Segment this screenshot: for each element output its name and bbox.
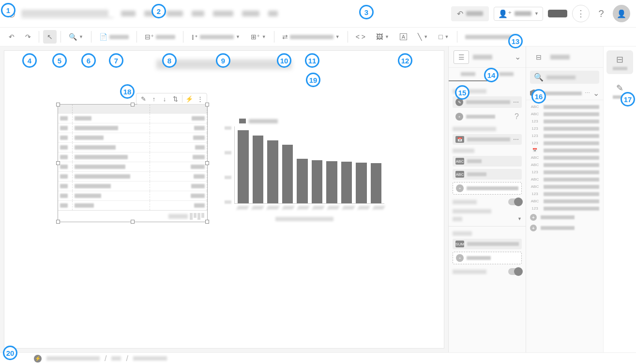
optional-metrics-toggle[interactable] <box>453 268 522 275</box>
image-icon: 🖼 <box>376 33 383 41</box>
drilldown-toggle[interactable] <box>453 198 522 205</box>
settings-icon[interactable]: ⇅ <box>171 95 179 103</box>
field-search-input[interactable]: 🔍 <box>530 71 599 84</box>
field-item[interactable]: 123 <box>530 125 599 132</box>
bolt-icon[interactable]: ⚡ <box>34 355 42 363</box>
redo-tool[interactable]: ↷ <box>21 30 35 44</box>
edit-icon[interactable]: ✎ <box>139 95 147 103</box>
bar-chart[interactable] <box>225 119 384 223</box>
field-item[interactable]: ABC <box>530 197 599 205</box>
menu-file[interactable] <box>121 11 136 16</box>
share-button[interactable]: 👤⁺ ▼ <box>494 7 543 21</box>
field-item[interactable]: 123 <box>530 168 599 176</box>
date-range-field[interactable]: 📅 ⋯ <box>453 134 522 145</box>
add-data-tool[interactable]: ⊟⁺ <box>141 30 179 44</box>
line-tool[interactable]: ╲▼ <box>414 30 432 44</box>
help-button[interactable]: ? <box>594 7 608 20</box>
chevron-down-icon[interactable]: ⌄ <box>593 89 599 98</box>
field-item[interactable]: 123 <box>530 118 599 125</box>
rail-data[interactable]: ⊟ <box>606 50 633 74</box>
menu-page[interactable] <box>213 11 233 16</box>
menu-resource[interactable] <box>268 11 278 16</box>
table-row[interactable] <box>58 113 207 123</box>
blend-data-button[interactable]: + ? <box>453 110 522 123</box>
text-tool[interactable]: A <box>396 30 411 43</box>
callout-9: 9 <box>216 53 230 68</box>
menu-view[interactable] <box>167 11 183 16</box>
table-chip-icon: ☰ <box>454 50 469 64</box>
menu-insert[interactable] <box>192 11 204 16</box>
more-vertical-icon: ⋮ <box>576 8 585 19</box>
add-metric-button[interactable]: + <box>453 252 522 264</box>
tab-setup[interactable] <box>449 68 487 81</box>
bolt-icon[interactable]: ⚡ <box>185 95 193 103</box>
select-tool[interactable]: ↖ <box>43 30 57 44</box>
chart-quick-toolbar: ✎ ↑ ↓ ⇅ ⚡ ⋮ <box>136 93 207 105</box>
metric-field-1[interactable]: SUM <box>453 239 522 249</box>
callout-2: 2 <box>151 4 166 18</box>
table-row[interactable] <box>58 200 207 210</box>
chart-bars <box>234 126 384 204</box>
more-icon[interactable]: ⋮ <box>196 95 204 103</box>
add-chart-tool[interactable]: ⫿⁺▼ <box>187 30 244 44</box>
field-item[interactable]: ABC <box>530 103 599 110</box>
add-dimension-button[interactable]: + <box>453 182 522 195</box>
table-row[interactable] <box>58 181 207 191</box>
table-row[interactable] <box>58 171 207 181</box>
chart-type-selector[interactable]: ☰ ⌄ <box>449 46 526 68</box>
user-avatar[interactable]: 👤 <box>613 5 630 22</box>
field-item[interactable]: 123 <box>530 205 599 212</box>
zoom-tool[interactable]: 🔍▼ <box>65 30 87 44</box>
url-embed-tool[interactable]: < > <box>352 30 369 44</box>
field-item[interactable]: ABC <box>530 176 599 183</box>
field-item[interactable]: ABC <box>530 154 599 161</box>
grid-plus-icon: ⊞⁺ <box>251 33 260 41</box>
more-options-button[interactable]: ⋮ <box>572 5 590 22</box>
table-row[interactable] <box>58 162 207 171</box>
default-drilldown-select[interactable] <box>453 209 522 213</box>
chevron-down-icon[interactable]: ⌄ <box>515 52 521 61</box>
legend-label <box>249 119 278 123</box>
sort-desc-icon[interactable]: ↓ <box>161 95 168 103</box>
undo-tool[interactable]: ↶ <box>5 30 18 44</box>
chevron-down-icon[interactable]: ▼ <box>534 11 539 16</box>
add-page-tool[interactable]: 📄 <box>95 30 133 44</box>
report-canvas[interactable]: ✎ ↑ ↓ ⇅ ⚡ ⋮ <box>4 50 444 349</box>
callout-17: 17 <box>621 92 635 106</box>
menu-arrange[interactable] <box>242 11 259 16</box>
view-button[interactable] <box>548 10 567 17</box>
field-item[interactable]: 123 <box>530 132 599 139</box>
sort-asc-icon[interactable]: ↑ <box>150 95 158 103</box>
table-row[interactable] <box>58 123 207 133</box>
bar <box>267 140 278 203</box>
dimension-field-1[interactable]: ABC <box>453 156 522 167</box>
undo-button[interactable]: ↶ <box>451 6 489 21</box>
field-item[interactable]: 📅 <box>530 147 599 154</box>
table-row[interactable] <box>58 142 207 152</box>
plus-icon: + <box>530 214 537 221</box>
shape-tool[interactable]: □▼ <box>435 30 453 44</box>
field-item[interactable]: ABC <box>530 110 599 118</box>
field-item[interactable]: ABC <box>530 183 599 190</box>
field-type-icon: ABC <box>530 177 540 182</box>
add-field-button[interactable]: + <box>530 212 599 223</box>
table-row[interactable] <box>58 152 207 162</box>
table-chart[interactable]: ✎ ↑ ↓ ⇅ ⚡ ⋮ <box>58 104 208 222</box>
help-icon[interactable]: ? <box>515 112 519 121</box>
drilldown-level-select[interactable]: ▼ <box>453 216 522 221</box>
community-viz-tool[interactable]: ⊞⁺▼ <box>247 30 270 44</box>
add-parameter-button[interactable]: + <box>530 223 599 233</box>
y-axis <box>225 126 234 204</box>
image-tool[interactable]: 🖼▼ <box>372 30 393 44</box>
field-item[interactable]: ABC <box>530 161 599 168</box>
field-type-icon: 123 <box>530 134 540 138</box>
add-control-tool[interactable]: ⇄▼ <box>278 30 344 44</box>
callout-16: 16 <box>531 89 546 104</box>
report-title[interactable] <box>21 10 113 18</box>
field-item[interactable]: 123 <box>530 139 599 147</box>
table-row[interactable] <box>58 191 207 200</box>
field-type-icon: ABC <box>530 112 540 116</box>
dimension-field-2[interactable]: ABC <box>453 169 522 180</box>
table-row[interactable] <box>58 133 207 142</box>
field-item[interactable]: 123 <box>530 190 599 197</box>
